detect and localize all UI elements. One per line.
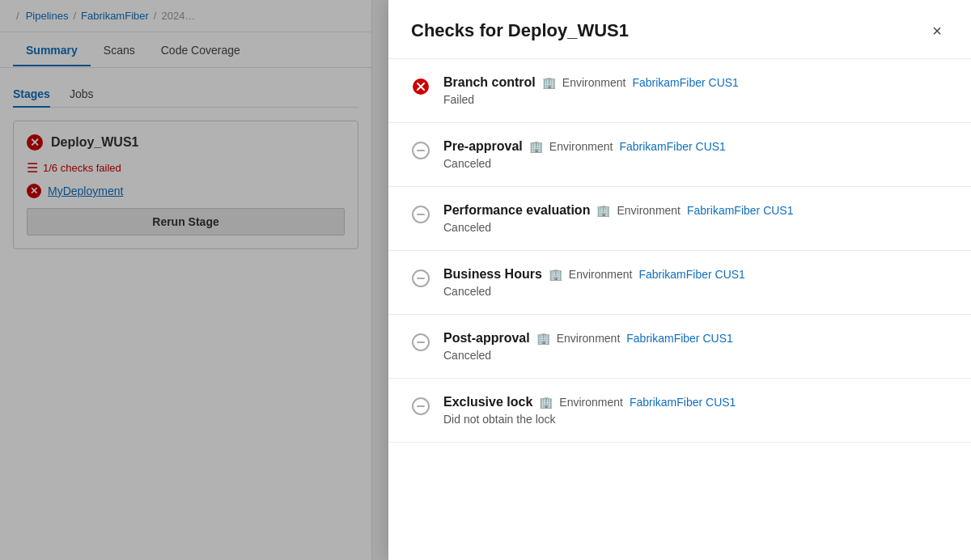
- close-modal-button[interactable]: ×: [926, 19, 948, 42]
- cancel-icon: [411, 333, 430, 352]
- check-name: Exclusive lock: [443, 395, 532, 409]
- check-name-row: Exclusive lock 🏢 Environment FabrikamFib…: [443, 395, 948, 409]
- check-item-performance-evaluation: Performance evaluation 🏢 Environment Fab…: [388, 187, 971, 251]
- check-info-business-hours: Business Hours 🏢 Environment FabrikamFib…: [443, 267, 948, 298]
- check-name: Pre-approval: [443, 139, 523, 154]
- modal-title: Checks for Deploy_WUS1: [411, 20, 629, 41]
- env-icon: 🏢: [542, 76, 556, 89]
- check-status: Canceled: [443, 349, 948, 362]
- cancel-icon: [411, 397, 430, 416]
- env-link[interactable]: FabrikamFiber CUS1: [638, 268, 744, 281]
- modal-header: Checks for Deploy_WUS1 ×: [388, 0, 971, 59]
- check-info-performance-evaluation: Performance evaluation 🏢 Environment Fab…: [443, 203, 948, 234]
- env-link[interactable]: FabrikamFiber CUS1: [626, 332, 732, 345]
- check-status: Canceled: [443, 285, 948, 298]
- check-item-branch-control: Branch control 🏢 Environment FabrikamFib…: [388, 59, 971, 123]
- env-icon: 🏢: [529, 140, 543, 153]
- check-name-row: Performance evaluation 🏢 Environment Fab…: [443, 203, 948, 218]
- env-label: Environment: [562, 76, 626, 89]
- error-icon: [411, 77, 430, 96]
- env-label: Environment: [549, 140, 613, 153]
- cancel-icon: [411, 205, 430, 224]
- check-name: Business Hours: [443, 267, 542, 282]
- env-link[interactable]: FabrikamFiber CUS1: [687, 204, 793, 217]
- env-icon: 🏢: [596, 204, 610, 217]
- env-icon: 🏢: [549, 268, 562, 281]
- checks-modal: Checks for Deploy_WUS1 × Branch control …: [388, 0, 971, 560]
- check-item-exclusive-lock: Exclusive lock 🏢 Environment FabrikamFib…: [388, 379, 971, 443]
- check-name-row: Branch control 🏢 Environment FabrikamFib…: [443, 75, 948, 90]
- env-icon: 🏢: [536, 332, 550, 345]
- modal-body: Branch control 🏢 Environment FabrikamFib…: [388, 59, 971, 560]
- check-status: Failed: [443, 93, 948, 106]
- check-status: Did not obtain the lock: [443, 413, 948, 426]
- check-status: Canceled: [443, 221, 948, 234]
- env-label: Environment: [559, 396, 623, 409]
- check-item-pre-approval: Pre-approval 🏢 Environment FabrikamFiber…: [388, 123, 971, 187]
- check-item-post-approval: Post-approval 🏢 Environment FabrikamFibe…: [388, 315, 971, 379]
- cancel-icon: [411, 141, 430, 160]
- env-label: Environment: [617, 204, 681, 217]
- check-status: Canceled: [443, 157, 948, 170]
- check-name-row: Pre-approval 🏢 Environment FabrikamFiber…: [443, 139, 948, 154]
- check-info-post-approval: Post-approval 🏢 Environment FabrikamFibe…: [443, 331, 948, 362]
- check-name-row: Post-approval 🏢 Environment FabrikamFibe…: [443, 331, 948, 346]
- check-item-business-hours: Business Hours 🏢 Environment FabrikamFib…: [388, 251, 971, 315]
- env-link[interactable]: FabrikamFiber CUS1: [632, 76, 738, 89]
- modal-overlay: Checks for Deploy_WUS1 × Branch control …: [0, 0, 971, 560]
- env-icon: 🏢: [539, 396, 553, 409]
- env-label: Environment: [557, 332, 621, 345]
- env-link[interactable]: FabrikamFiber CUS1: [630, 396, 736, 409]
- check-name-row: Business Hours 🏢 Environment FabrikamFib…: [443, 267, 948, 282]
- check-info-exclusive-lock: Exclusive lock 🏢 Environment FabrikamFib…: [443, 395, 948, 426]
- check-name: Branch control: [443, 75, 536, 90]
- env-link[interactable]: FabrikamFiber CUS1: [619, 140, 725, 153]
- env-label: Environment: [569, 268, 633, 281]
- check-info-branch-control: Branch control 🏢 Environment FabrikamFib…: [443, 75, 948, 106]
- check-name: Performance evaluation: [443, 203, 590, 218]
- check-name: Post-approval: [443, 331, 530, 346]
- check-info-pre-approval: Pre-approval 🏢 Environment FabrikamFiber…: [443, 139, 948, 170]
- cancel-icon: [411, 269, 430, 288]
